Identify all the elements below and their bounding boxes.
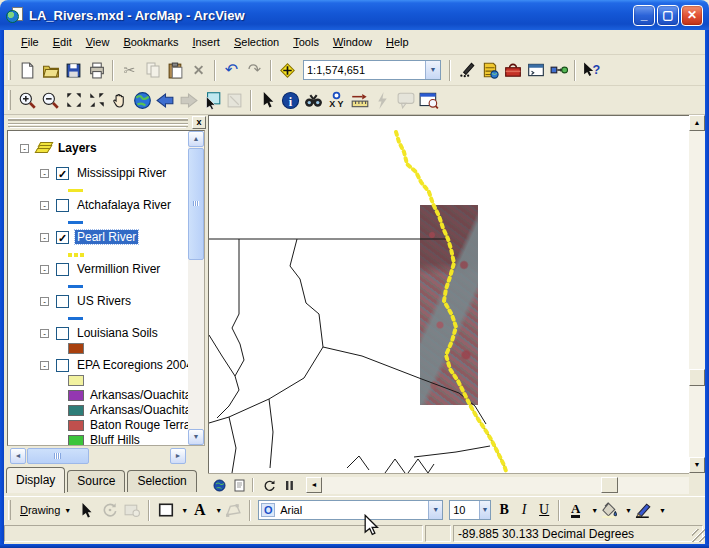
menu-bookmarks[interactable]: Bookmarks	[116, 33, 185, 51]
undo-icon[interactable]: ↶	[220, 59, 243, 82]
tab-selection[interactable]: Selection	[127, 470, 196, 492]
menu-edit[interactable]: Edit	[46, 33, 79, 51]
dropdown-arrow-icon[interactable]: ▼	[428, 501, 442, 519]
layer-name-selected[interactable]: Pearl River	[75, 230, 138, 244]
data-frame-label[interactable]: Layers	[58, 141, 97, 155]
map-canvas[interactable]	[208, 115, 689, 473]
rotate-element-icon[interactable]	[98, 499, 121, 522]
toc-layer-row[interactable]: - Atchafalaya River	[40, 197, 173, 213]
resize-grip[interactable]	[692, 529, 705, 542]
toc-close-icon[interactable]: x	[192, 116, 206, 129]
go-forward-extent-icon[interactable]	[177, 89, 200, 112]
menu-view[interactable]: View	[79, 33, 117, 51]
menu-file[interactable]: File	[14, 33, 46, 51]
font-size-value[interactable]	[450, 504, 478, 516]
toc-drag-handle[interactable]: x	[6, 116, 206, 129]
layer-name[interactable]: Mississippi River	[75, 166, 168, 180]
whats-this-help-icon[interactable]: ?	[580, 59, 603, 82]
scrollbar-thumb[interactable]	[689, 369, 705, 386]
open-icon[interactable]	[39, 59, 62, 82]
italic-button[interactable]: I	[514, 499, 534, 522]
select-features-icon[interactable]	[200, 89, 223, 112]
title-bar[interactable]: LA_Rivers.mxd - ArcMap - ArcView _ ▢ ✕	[0, 0, 709, 30]
select-elements-icon[interactable]	[256, 89, 279, 112]
go-to-xy-icon[interactable]: XY	[325, 89, 348, 112]
menu-tools[interactable]: Tools	[286, 33, 326, 51]
new-rectangle-tool-icon[interactable]	[154, 499, 177, 522]
editor-toolbar-icon[interactable]	[455, 59, 478, 82]
bold-button[interactable]: B	[494, 499, 514, 522]
toc-horizontal-scrollbar[interactable]: ◄ ►	[10, 448, 186, 465]
font-size-combo[interactable]: ▼	[449, 500, 491, 520]
new-text-tool-icon[interactable]: A	[188, 499, 211, 522]
font-name-value[interactable]	[277, 504, 428, 516]
toc-symbol-row[interactable]	[68, 340, 84, 356]
layer-checkbox[interactable]	[56, 359, 69, 372]
edit-vertices-icon[interactable]	[222, 499, 245, 522]
collapse-icon[interactable]: -	[40, 265, 49, 274]
delete-icon[interactable]: ✕	[187, 59, 210, 82]
toc-root-row[interactable]: - Layers	[20, 140, 97, 156]
toolbar-grip[interactable]	[8, 500, 11, 520]
layer-checkbox[interactable]	[56, 295, 69, 308]
pan-icon[interactable]	[108, 89, 131, 112]
dropdown-arrow-icon[interactable]: ▼	[659, 507, 666, 514]
collapse-icon[interactable]: -	[20, 144, 29, 153]
line-color-button[interactable]	[632, 499, 655, 522]
menu-selection[interactable]: Selection	[227, 33, 286, 51]
toc-tree[interactable]: - Layers - ✓ Mississippi River - Atchafa…	[7, 130, 205, 446]
toc-layer-row[interactable]: - Louisiana Soils	[40, 325, 160, 341]
scroll-up-icon[interactable]: ▲	[689, 115, 705, 131]
arctoolbox-icon[interactable]	[501, 59, 524, 82]
scroll-left-icon[interactable]: ◄	[10, 448, 26, 464]
full-extent-icon[interactable]	[131, 89, 154, 112]
modelbuilder-icon[interactable]	[547, 59, 570, 82]
menu-help[interactable]: Help	[379, 33, 416, 51]
dropdown-arrow-icon[interactable]: ▼	[625, 507, 632, 514]
fill-color-button[interactable]	[598, 499, 621, 522]
legend-item[interactable]: Arkansas/Ouachita	[68, 387, 191, 403]
map-horizontal-scrollbar[interactable]: ◄ ►	[306, 477, 705, 494]
find-icon[interactable]	[302, 89, 325, 112]
scroll-right-icon[interactable]: ►	[170, 448, 186, 464]
collapse-icon[interactable]: -	[40, 201, 49, 210]
copy-icon[interactable]	[141, 59, 164, 82]
minimize-button[interactable]: _	[633, 5, 655, 26]
legend-item[interactable]: Baton Rouge Terra	[68, 417, 191, 433]
scroll-down-icon[interactable]: ▼	[188, 429, 204, 445]
toc-layer-row[interactable]: - EPA Ecoregions 2004	[40, 357, 195, 373]
layer-checkbox[interactable]	[56, 263, 69, 276]
toc-layer-row[interactable]: - US Rivers	[40, 293, 133, 309]
pause-drawing-icon[interactable]	[281, 477, 298, 493]
zoom-out-icon[interactable]	[39, 89, 62, 112]
go-back-extent-icon[interactable]	[154, 89, 177, 112]
toc-layer-row[interactable]: - ✓ Pearl River	[40, 229, 138, 245]
toc-layer-row[interactable]: - Vermillion River	[40, 261, 162, 277]
add-data-icon[interactable]	[276, 59, 299, 82]
map-scale-value[interactable]	[304, 64, 425, 76]
html-popup-icon[interactable]	[394, 89, 417, 112]
toolbar-grip[interactable]	[8, 60, 11, 80]
fixed-zoom-in-icon[interactable]	[62, 89, 85, 112]
toc-symbol-row[interactable]	[68, 214, 83, 230]
refresh-view-icon[interactable]	[261, 477, 278, 493]
collapse-icon[interactable]: -	[40, 233, 49, 242]
toc-symbol-row[interactable]	[68, 310, 83, 326]
layer-name[interactable]: US Rivers	[75, 294, 133, 308]
dropdown-arrow-icon[interactable]: ▼	[591, 507, 598, 514]
arccatalog-icon[interactable]	[478, 59, 501, 82]
identify-icon[interactable]: i	[279, 89, 302, 112]
layout-view-icon[interactable]	[231, 477, 248, 493]
print-icon[interactable]	[85, 59, 108, 82]
new-map-file-icon[interactable]	[16, 59, 39, 82]
collapse-icon[interactable]: -	[40, 297, 49, 306]
toolbar-grip[interactable]	[8, 90, 11, 110]
layer-checkbox[interactable]	[56, 199, 69, 212]
map-scale-combo[interactable]: ▼	[303, 60, 441, 80]
tab-source[interactable]: Source	[67, 470, 125, 492]
toc-symbol-row[interactable]	[68, 278, 83, 294]
scrollbar-thumb[interactable]	[601, 477, 618, 493]
toc-vertical-scrollbar[interactable]: ▲ ▼	[188, 131, 204, 445]
dropdown-arrow-icon[interactable]: ▼	[181, 507, 188, 514]
scrollbar-thumb[interactable]	[188, 148, 204, 260]
